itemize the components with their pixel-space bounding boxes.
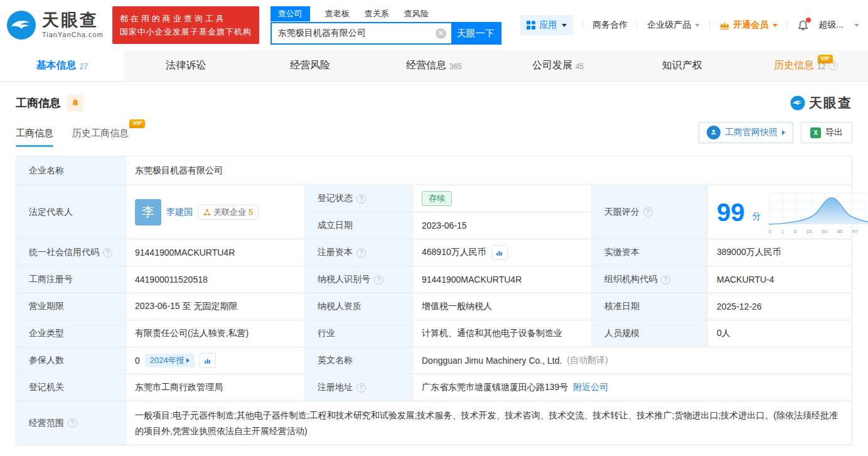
- bell-curve: [769, 193, 868, 225]
- logo-text: 天眼查: [42, 12, 104, 29]
- search-tab-boss[interactable]: 查老板: [325, 6, 350, 21]
- capital-chart-button[interactable]: [491, 245, 508, 260]
- tab-label: 基本信息: [36, 59, 77, 72]
- clear-icon[interactable]: ✕: [436, 28, 446, 39]
- table-row: 营业期限 2023-06-15 至 无固定期限 纳税人资质 增值税一般纳税人 核…: [16, 293, 852, 320]
- open-vip-button[interactable]: 开通会员: [719, 19, 778, 31]
- tab-legal-proceedings[interactable]: 法律诉讼: [124, 50, 249, 81]
- status-badge: 存续: [422, 191, 452, 206]
- vip-badge: VIP: [818, 55, 833, 63]
- taxpayer-id-label: 纳税人识别号 ?: [305, 266, 413, 293]
- reg-status-label: 登记状态 ?: [305, 185, 413, 212]
- apps-label: 应用: [539, 19, 557, 31]
- caret-down-icon: [695, 24, 700, 27]
- search-tab-relation[interactable]: 查关系: [365, 6, 389, 21]
- help-icon[interactable]: ?: [68, 418, 77, 428]
- tab-label: 法律诉讼: [166, 59, 206, 72]
- tianyancha-logo[interactable]: 天眼查 TianYanCha.com: [6, 10, 104, 40]
- reg-address-value: 广东省东莞市塘厦镇塘厦田心路139号 附近公司: [413, 374, 852, 401]
- tab-business-info[interactable]: 经营信息 365: [372, 50, 496, 81]
- english-name-label: 英文名称: [305, 347, 413, 374]
- nav-divider: [637, 21, 638, 30]
- reg-capital-label: 注册资本 ?: [305, 239, 413, 266]
- company-page-tabs: 基本信息 27 法律诉讼 经营风险 经营信息 365 公司发展 45 知识产权 …: [0, 50, 868, 82]
- help-icon[interactable]: ?: [356, 194, 366, 204]
- staff-size-value: 0人: [708, 320, 852, 347]
- subtab-business-info[interactable]: 工商信息: [16, 128, 53, 147]
- search-tab-company[interactable]: 查公司: [271, 6, 310, 21]
- score-value: 99 分: [708, 185, 852, 239]
- tab-history-info[interactable]: VIP 历史信息 12 ?: [744, 50, 868, 81]
- official-snapshot-button[interactable]: 工商官网快照: [699, 122, 793, 143]
- nearby-companies-link[interactable]: 附近公司: [573, 382, 608, 393]
- watermark-text: 天眼查: [809, 94, 852, 112]
- username: 超级...: [818, 19, 844, 31]
- vip-badge: VIP: [129, 119, 145, 128]
- nav-divider: [787, 21, 788, 30]
- credit-code-label: 统一社会信用代码 ?: [16, 239, 126, 266]
- caret-down-icon[interactable]: [854, 24, 859, 27]
- excel-icon: X: [810, 128, 821, 138]
- search-area: 查公司 查老板 查关系 查风险 ✕ 天眼一下: [271, 6, 501, 45]
- nav-enterprise-products[interactable]: 企业级产品: [647, 19, 700, 31]
- insured-count-label: 参保人数: [16, 347, 126, 374]
- snapshot-label: 工商官网快照: [725, 127, 778, 138]
- score-number: 99: [717, 200, 745, 225]
- help-icon[interactable]: ?: [374, 275, 383, 285]
- tab-operational-risk[interactable]: 经营风险: [248, 50, 372, 81]
- caret-down-icon: [773, 24, 778, 27]
- org-code-value: MACKURTU-4: [708, 266, 852, 293]
- nav-divider: [582, 21, 583, 30]
- tab-company-development[interactable]: 公司发展 45: [496, 50, 620, 81]
- tab-count: 45: [576, 62, 584, 71]
- annual-report-badge[interactable]: 2024年报: [145, 354, 195, 367]
- tab-intellectual-property[interactable]: 知识产权: [620, 50, 744, 81]
- vip-label: 开通会员: [733, 19, 768, 31]
- bar-chart-icon: [203, 357, 212, 365]
- bar-chart-icon: [495, 249, 503, 257]
- taxpayer-id-value: 91441900MACKURTU4R: [413, 266, 592, 293]
- help-icon[interactable]: ?: [356, 248, 366, 258]
- promo-banner: 都在用的商业查询工具 国家中小企业发展子基金旗下机构: [112, 6, 259, 45]
- tab-count: 27: [80, 62, 88, 71]
- tab-basic-info[interactable]: 基本信息 27: [0, 50, 124, 81]
- reg-address-label: 注册地址 ?: [305, 374, 413, 401]
- export-button[interactable]: X 导出: [801, 122, 852, 143]
- main-content: 工商信息 天眼查 工商信息 VIP 历史工商信息: [0, 82, 868, 445]
- score-unit: 分: [753, 211, 761, 222]
- reg-status-value: 存续: [413, 185, 592, 212]
- reg-capital-value: 468910万人民币: [413, 239, 592, 266]
- search-button[interactable]: 天眼一下: [451, 23, 500, 43]
- avatar[interactable]: 李: [135, 199, 161, 225]
- related-companies-badge[interactable]: 关联企业 5: [198, 205, 259, 220]
- legal-rep-link[interactable]: 李建国: [166, 207, 193, 218]
- apps-menu[interactable]: 应用: [520, 15, 573, 35]
- reg-number-label: 工商注册号: [16, 266, 126, 293]
- watermark-logo: 天眼查: [790, 94, 852, 112]
- search-tab-risk[interactable]: 查风险: [404, 6, 429, 21]
- section-title: 工商信息: [16, 95, 61, 111]
- help-icon[interactable]: ?: [661, 275, 670, 285]
- nav-cooperation[interactable]: 商务合作: [592, 19, 628, 31]
- user-menu[interactable]: 超级...: [818, 19, 844, 31]
- credit-code-value: 91441900MACKURTU4R: [126, 239, 305, 266]
- subtab-history-business-info[interactable]: VIP 历史工商信息: [72, 128, 129, 147]
- org-code-label: 组织机构代码 ?: [592, 266, 708, 293]
- search-input[interactable]: [272, 23, 436, 43]
- help-icon[interactable]: ?: [643, 207, 653, 217]
- business-info-table: 企业名称 东莞极目机器有限公司 法定代表人 李 李建国 关联企业 5: [16, 156, 852, 445]
- subtab-label: 历史工商信息: [72, 128, 129, 138]
- notifications-bell[interactable]: [797, 19, 809, 31]
- tab-label: 经营信息: [406, 59, 446, 72]
- industry-value: 计算机、通信和其他电子设备制造业: [413, 320, 592, 347]
- legal-rep-value: 李 李建国 关联企业 5: [126, 185, 305, 239]
- help-icon[interactable]: ?: [103, 248, 112, 258]
- top-nav: 应用 商务合作 企业级产品 开通会员 超级...: [520, 15, 859, 35]
- business-term-value: 2023-06-15 至 无固定期限: [126, 293, 305, 320]
- tianyancha-logo-icon: [6, 10, 36, 40]
- insured-chart-button[interactable]: [200, 353, 216, 368]
- logo-domain: TianYanCha.com: [42, 31, 104, 38]
- help-icon[interactable]: ?: [356, 383, 366, 393]
- monitor-bell-button[interactable]: [67, 95, 83, 111]
- network-icon: [203, 209, 211, 216]
